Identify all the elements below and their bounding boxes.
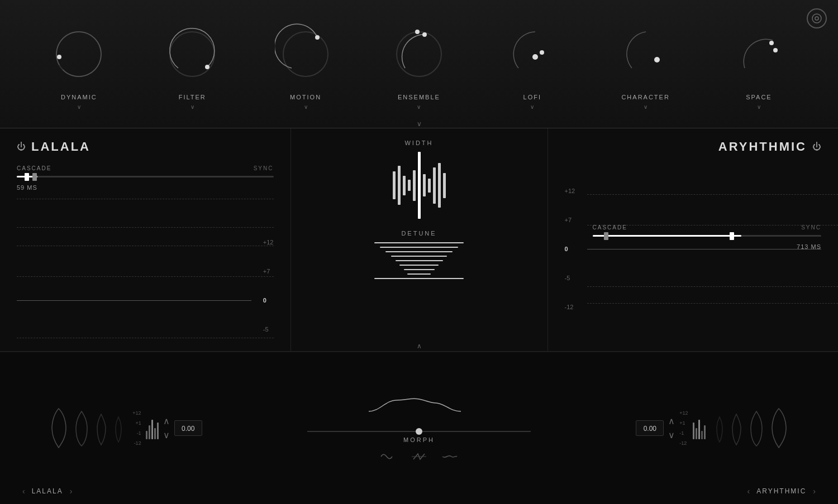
- right-pitch-value-display: 0.00: [636, 420, 664, 436]
- chevron-dynamic[interactable]: ∨: [77, 104, 81, 110]
- morph-icon-cross[interactable]: [411, 451, 427, 462]
- grid-line-m5-right: [587, 286, 839, 287]
- label-minus12-right: -12: [565, 304, 575, 310]
- knob-label-motion: MOTION: [290, 94, 321, 100]
- left-power-icon[interactable]: ⏻: [17, 142, 26, 152]
- grid-line-m5-left: [17, 338, 274, 338]
- chevron-character[interactable]: ∨: [644, 104, 647, 110]
- right-cascade-thumb1[interactable]: [604, 232, 608, 240]
- voice-shape-r2: [730, 406, 744, 450]
- right-cascade-track[interactable]: [593, 235, 822, 237]
- chevron-filter[interactable]: ∨: [191, 104, 194, 110]
- label-minus5-right: -5: [565, 275, 575, 281]
- left-pitch-value: 0.00: [182, 425, 194, 433]
- chevron-space[interactable]: ∨: [757, 104, 761, 110]
- right-scale-12: +12: [679, 410, 688, 416]
- left-nav-next[interactable]: ›: [70, 487, 73, 496]
- voice-shape-3: [94, 406, 108, 450]
- width-bar-11: [443, 173, 446, 198]
- detune-line-4: [391, 256, 447, 257]
- voice-shape-r3: [748, 406, 765, 450]
- knob-section-space: SPACE ∨: [725, 18, 792, 110]
- svg-point-0: [812, 14, 821, 23]
- detune-line-8: [407, 273, 431, 275]
- left-nav-prev[interactable]: ‹: [22, 487, 25, 496]
- knob-space[interactable]: [725, 18, 792, 90]
- knob-section-filter: FILTER ∨: [159, 18, 226, 110]
- left-pitch-up[interactable]: ∧: [163, 416, 170, 426]
- right-scale-1: +1: [679, 420, 688, 426]
- svg-point-7: [315, 35, 320, 40]
- eq-bar-r3: [698, 420, 700, 439]
- svg-point-13: [654, 57, 660, 63]
- right-voice-shapes: [714, 406, 789, 450]
- morph-slider-section: [307, 431, 531, 432]
- left-cascade-track[interactable]: [17, 176, 274, 177]
- detune-line-2: [380, 247, 458, 248]
- detune-line-3: [385, 251, 453, 252]
- right-panel-title: ARYHTHMIC: [718, 140, 807, 154]
- left-scale-m1: -1: [132, 430, 141, 436]
- width-label: WIDTH: [404, 140, 433, 146]
- grid-line-m12-right: [587, 303, 839, 304]
- svg-point-5: [205, 65, 210, 69]
- left-cascade-thumb[interactable]: [25, 173, 29, 181]
- knob-ensemble[interactable]: [385, 18, 453, 90]
- label-minus5-left: -5: [263, 326, 274, 333]
- morph-label: MORPH: [403, 436, 435, 443]
- left-pitch-down[interactable]: ∨: [163, 430, 170, 440]
- right-pitch-up[interactable]: ∧: [668, 416, 675, 426]
- knob-lofi[interactable]: [499, 18, 566, 90]
- knob-label-ensemble: ENSEMBLE: [398, 94, 440, 100]
- knob-filter[interactable]: [159, 18, 226, 90]
- right-semitone-labels: +12 +7 0 -5 -12: [565, 188, 575, 310]
- right-nav-next[interactable]: ›: [813, 487, 816, 496]
- right-pitch-down[interactable]: ∨: [668, 430, 675, 440]
- left-instrument-label: LALALA: [32, 487, 63, 495]
- knob-label-space: SPACE: [746, 94, 772, 100]
- morph-track[interactable]: [307, 431, 531, 432]
- right-scale-m12: -12: [679, 440, 688, 446]
- left-pitch-scale: +12 +1 -1 -12: [132, 410, 141, 446]
- label-plus7-right: +7: [565, 217, 575, 223]
- chevron-lofi[interactable]: ∨: [530, 104, 534, 110]
- knob-character[interactable]: [612, 18, 679, 90]
- center-panel: WIDTH DETUNE: [291, 128, 548, 351]
- label-plus7-left: +7: [263, 268, 274, 275]
- morph-icons-row: [380, 451, 458, 462]
- panel-collapse-arrow[interactable]: ∨: [417, 120, 422, 128]
- left-title-row: ⏻ LALALA: [17, 140, 274, 154]
- right-cascade-thumb2[interactable]: [730, 232, 734, 240]
- eq-bar-l3: [151, 420, 153, 439]
- right-semitone-section: +12 +7 0 -5 -12 CASCADE SYNC: [565, 188, 822, 310]
- morph-thumb[interactable]: [416, 428, 422, 435]
- middle-section: ⏻ LALALA CASCADE SYNC 59 MS +12 +7 0 -5 …: [0, 128, 838, 352]
- logo-button[interactable]: [807, 8, 827, 28]
- right-instrument-nav: ‹ ARYHTHMIC ›: [747, 487, 816, 496]
- left-cascade-thumb2[interactable]: [32, 173, 37, 181]
- svg-point-8: [397, 32, 441, 76]
- left-scale-12: +12: [132, 410, 141, 416]
- right-pitch-controls: 0.00 ∧ ∨ +12 +1 -1 -12: [636, 410, 705, 446]
- left-mini-eq: [146, 417, 159, 439]
- chevron-motion[interactable]: ∨: [304, 104, 308, 110]
- width-bar-1: [393, 171, 396, 199]
- left-pitch-arrows[interactable]: ∧ ∨: [163, 416, 170, 440]
- knob-section-dynamic: DYNAMIC ∨: [45, 18, 112, 110]
- right-panel: ARYHTHMIC ⏻ +12 +7 0 -5 -12 CASCADE SYNC: [548, 128, 839, 351]
- detune-section: DETUNE: [302, 230, 536, 279]
- voice-shape-r4: [769, 406, 789, 450]
- bottom-collapse-arrow[interactable]: ∧: [417, 342, 422, 350]
- knob-motion[interactable]: [272, 18, 339, 90]
- width-bar-center: [418, 152, 421, 219]
- detune-lines: [302, 242, 536, 279]
- right-pitch-arrows[interactable]: ∧ ∨: [668, 416, 675, 440]
- right-power-icon[interactable]: ⏻: [812, 142, 821, 152]
- bottom-right: 0.00 ∧ ∨ +12 +1 -1 -12: [587, 406, 838, 450]
- chevron-ensemble[interactable]: ∨: [417, 104, 421, 110]
- knob-dynamic[interactable]: [45, 18, 112, 90]
- morph-icon-wave2[interactable]: [441, 451, 458, 462]
- right-nav-prev[interactable]: ‹: [747, 487, 750, 496]
- bottom-center: MORPH: [251, 395, 587, 462]
- morph-icon-wave[interactable]: [380, 451, 397, 462]
